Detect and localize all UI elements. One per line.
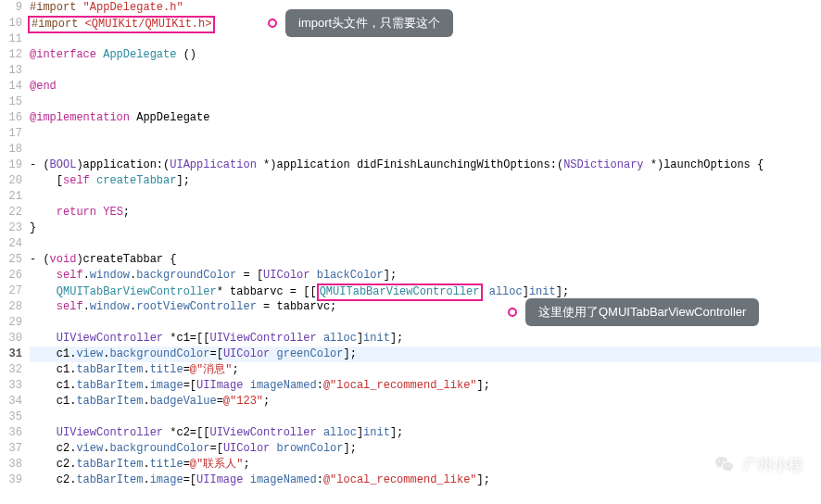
token: ;: [232, 363, 238, 376]
code-line[interactable]: [30, 410, 821, 425]
token: alloc: [323, 426, 357, 439]
token: init: [529, 285, 556, 298]
token: .: [143, 458, 149, 471]
token: =[: [209, 442, 222, 455]
code-line[interactable]: @implementation AppDelegate: [30, 110, 821, 126]
token: <QMUIKit/QMUIKit.h>: [85, 18, 212, 31]
token: view: [76, 442, 103, 455]
token: backgroundColor: [109, 347, 209, 360]
token: alloc: [323, 332, 357, 345]
token: = [: [236, 269, 263, 282]
line-number: 27: [0, 284, 22, 299]
token: window: [90, 269, 130, 282]
line-number: 10: [0, 16, 22, 32]
token: =: [217, 395, 223, 408]
token: @"local_recommend_like": [323, 379, 477, 392]
token: AppDelegate: [103, 48, 176, 61]
code-line[interactable]: [30, 236, 821, 252]
code-area[interactable]: #import "AppDelegate.h" #import <QMUIKit…: [30, 0, 821, 504]
code-line[interactable]: UIViewController *c1=[[UIViewController …: [30, 331, 821, 346]
token: self: [57, 269, 83, 282]
line-number: 24: [0, 236, 22, 252]
code-line[interactable]: c1.tabBarItem.image=[UIImage imageNamed:…: [30, 378, 821, 394]
annotation-dot: [508, 308, 517, 317]
token: .: [83, 269, 90, 282]
line-number: 9: [0, 0, 22, 16]
token: c1.: [30, 379, 76, 392]
token: imageNamed: [250, 473, 317, 486]
token: *)application didFinishLaunchingWithOpti…: [257, 158, 563, 171]
token: #import: [30, 1, 83, 14]
line-number: 37: [0, 441, 22, 457]
token: imageNamed: [250, 379, 317, 392]
wechat-icon: [714, 454, 736, 476]
token: [270, 347, 276, 360]
token: NSDictionary: [563, 158, 643, 171]
code-line[interactable]: return YES;: [30, 205, 821, 220]
token: ];: [477, 473, 490, 486]
token: QMUITabBarViewController: [320, 285, 480, 298]
code-line[interactable]: - (BOOL)application:(UIApplication *)app…: [30, 158, 821, 173]
token: = tabbarvc;: [257, 300, 336, 313]
token: UIColor: [223, 347, 270, 360]
token: alloc: [489, 285, 523, 298]
line-number: 39: [0, 472, 22, 488]
token: *c1=[[: [163, 332, 209, 345]
token: (): [176, 48, 196, 61]
token: =[: [183, 473, 196, 486]
token: tabBarItem: [76, 458, 143, 471]
code-line[interactable]: UIViewController *c2=[[UIViewController …: [30, 425, 821, 441]
token: [30, 285, 57, 298]
line-number: 15: [0, 94, 22, 110]
code-line-current[interactable]: c1.view.backgroundColor=[UIColor greenCo…: [30, 346, 821, 362]
code-line[interactable]: self.window.backgroundColor = [UIColor b…: [30, 268, 821, 284]
code-line[interactable]: QMUITabBarViewController* tabbarvc = [[Q…: [30, 284, 821, 299]
token: void: [50, 253, 77, 266]
token: [90, 174, 96, 187]
code-line[interactable]: c2.tabBarItem.image=[UIImage imageNamed:…: [30, 472, 821, 488]
code-line[interactable]: - (void)createTabbar {: [30, 252, 821, 268]
code-line[interactable]: [30, 126, 821, 142]
code-line[interactable]: [30, 63, 821, 79]
token: ]: [357, 332, 363, 345]
code-line[interactable]: [30, 189, 821, 205]
token: ;: [263, 395, 270, 408]
line-number: 13: [0, 63, 22, 79]
token: * tabbarvc = [[: [217, 285, 317, 298]
code-line[interactable]: c2.view.backgroundColor=[UIColor brownCo…: [30, 441, 821, 457]
line-number: 23: [0, 220, 22, 236]
token: ;: [243, 458, 249, 471]
token: .: [143, 395, 149, 408]
token: =: [183, 363, 190, 376]
token: tabBarItem: [76, 363, 143, 376]
code-line[interactable]: [30, 94, 821, 110]
code-line[interactable]: c1.tabBarItem.badgeValue=@"123";: [30, 394, 821, 410]
token: ];: [390, 332, 403, 345]
token: UIApplication: [170, 158, 257, 171]
token: *c2=[[: [163, 426, 209, 439]
token: title: [150, 458, 183, 471]
token: )createTabbar {: [76, 253, 176, 266]
token: ];: [477, 379, 490, 392]
watermark: 广州小程: [714, 454, 802, 476]
token: ];: [390, 426, 403, 439]
token: [30, 300, 57, 313]
token: [310, 269, 317, 282]
code-line[interactable]: [30, 142, 821, 158]
code-line[interactable]: [self createTabbar];: [30, 173, 821, 189]
token: c2.: [30, 458, 76, 471]
code-line[interactable]: c1.tabBarItem.title=@"消息";: [30, 362, 821, 378]
code-line[interactable]: c2.tabBarItem.title=@"联系人";: [30, 457, 821, 472]
token: title: [150, 363, 183, 376]
code-line[interactable]: }: [30, 220, 821, 236]
token: c2.: [30, 442, 76, 455]
line-number: 36: [0, 425, 22, 441]
code-editor[interactable]: 9101112131415161718192021222324252627282…: [0, 0, 821, 504]
token: @end: [30, 80, 57, 93]
token: UIImage: [196, 473, 243, 486]
code-line[interactable]: @end: [30, 79, 821, 94]
line-number: 38: [0, 457, 22, 472]
code-line[interactable]: @interface AppDelegate (): [30, 47, 821, 63]
line-number: 17: [0, 126, 22, 142]
token: UIColor: [223, 442, 270, 455]
